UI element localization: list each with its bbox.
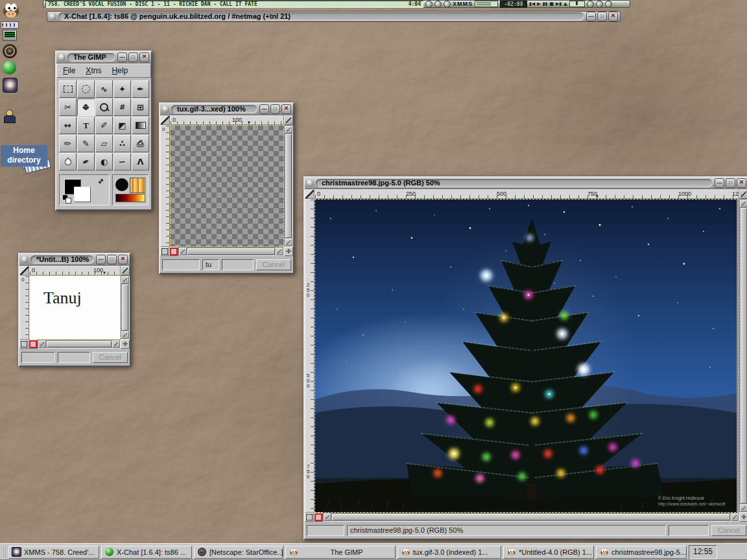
xmms-options-button[interactable] — [444, 1, 451, 8]
maximize-icon[interactable]: □ — [597, 12, 607, 21]
licq-dock-icon[interactable] — [3, 109, 16, 122]
scroll-down-button[interactable] — [121, 331, 129, 339]
maximize-icon[interactable]: □ — [128, 52, 138, 62]
scrollbar-thumb[interactable] — [187, 248, 275, 255]
stop-icon[interactable]: ■ — [549, 1, 554, 7]
menu-xtns[interactable]: Xtns — [86, 66, 101, 75]
window-menu-ball[interactable] — [21, 256, 29, 263]
scrollbar-thumb[interactable] — [47, 341, 112, 347]
tool-crop-button[interactable]: # — [113, 99, 131, 116]
netscape-dock-icon[interactable] — [3, 44, 17, 58]
cancel-button[interactable]: Cancel — [93, 352, 128, 363]
task-untitled[interactable]: *Untitled-4.0 (RGB) 1... — [503, 546, 594, 559]
xmms-minimize-button[interactable] — [587, 1, 594, 8]
previous-icon[interactable]: ▮◀ — [529, 1, 535, 7]
tool-flip-button[interactable]: ↔ — [59, 117, 77, 134]
task-netscape[interactable]: [Netscape: StarOffice..] — [194, 546, 283, 559]
pager-applet[interactable] — [1, 21, 19, 29]
ruler-corner-button[interactable] — [739, 189, 747, 199]
close-icon[interactable]: ✕ — [737, 178, 746, 188]
scroll-down-button[interactable] — [285, 239, 292, 246]
active-brush-preview[interactable] — [115, 178, 128, 191]
tool-ink-button[interactable]: ✒ — [77, 153, 95, 170]
horizontal-scrollbar[interactable] — [38, 340, 121, 349]
task-tux[interactable]: tux.gif-3.0 (indexed) 1... — [397, 546, 501, 559]
color-area[interactable]: ↔ — [59, 174, 110, 205]
tool-magnify-button[interactable] — [95, 99, 113, 116]
xmms-close-button[interactable] — [605, 1, 612, 8]
cancel-button[interactable]: Cancel — [711, 525, 746, 536]
xmms-remaining-time[interactable]: -02:08 — [500, 1, 527, 8]
horizontal-scrollbar[interactable] — [178, 247, 284, 256]
untitled-canvas[interactable]: Tanuj — [29, 275, 121, 340]
christmastree-canvas[interactable]: © Eric Knight Holbrook http://www.bestwe… — [314, 199, 739, 513]
tool-bezier-select-button[interactable]: ✒ — [132, 80, 149, 98]
untitled-titlebar[interactable]: *Untit...B) 100% — □ ✕ — [19, 254, 130, 266]
maximize-icon[interactable]: □ — [270, 104, 280, 114]
tool-measure-button[interactable]: Λ — [132, 153, 149, 170]
vertical-scrollbar[interactable] — [739, 199, 747, 513]
tool-fuzzy-select-button[interactable]: ✦ — [113, 80, 131, 98]
window-menu-ball[interactable] — [162, 106, 169, 113]
xmms-shade-button[interactable] — [596, 1, 603, 8]
task-christmastree[interactable]: christmastree98.jpg-5... — [596, 546, 687, 559]
xmms-shade-toggle-button[interactable] — [425, 1, 433, 8]
tool-free-select-button[interactable]: ∿ — [95, 80, 113, 98]
active-pattern-preview[interactable] — [130, 178, 145, 193]
close-icon[interactable]: ✕ — [139, 52, 149, 62]
quickmask-button[interactable] — [29, 340, 38, 349]
xmms-shade-bar[interactable]: 758. CREED'S VOCAL FUSION - DISC 1 - 11 … — [43, 0, 630, 8]
xmms-seek-slider[interactable] — [569, 1, 585, 7]
scrollbar-thumb[interactable] — [122, 285, 128, 331]
xchat-titlebar[interactable]: X-Chat [1.6.4]: ts86 @ penguin.uk.eu.bli… — [47, 11, 621, 22]
tool-eraser-button[interactable]: ▱ — [95, 135, 113, 152]
gimp-dock-icon[interactable] — [1, 1, 21, 19]
eject-icon[interactable]: ▲ — [563, 1, 567, 7]
tool-gradient-button[interactable] — [132, 117, 149, 134]
unit-box[interactable]: tu — [202, 259, 219, 270]
christmastree-titlebar[interactable]: christmastree98.jpg-5.0 (RGB) 50% — □ ✕ — [305, 178, 747, 189]
scrollbar-thumb[interactable] — [741, 208, 747, 504]
xmms-track-display[interactable]: 758. CREED'S VOCAL FUSION - DISC 1 - 11 … — [45, 1, 423, 8]
tool-rectangle-select-button[interactable] — [59, 80, 77, 98]
minimize-icon[interactable]: — — [715, 178, 724, 188]
horizontal-scrollbar[interactable] — [323, 513, 739, 522]
maximize-icon[interactable]: □ — [726, 178, 735, 188]
quickmask-button[interactable] — [314, 513, 323, 522]
menu-help[interactable]: Help — [112, 66, 128, 75]
scroll-left-button[interactable] — [179, 248, 187, 255]
task-xmms[interactable]: X XMMS - 758. Creed'... — [8, 546, 99, 559]
scroll-down-button[interactable] — [740, 504, 747, 512]
scroll-left-button[interactable] — [38, 340, 46, 348]
minimize-icon[interactable]: — — [259, 104, 269, 114]
maximize-icon[interactable]: □ — [107, 255, 117, 264]
tux-canvas[interactable] — [170, 125, 284, 247]
scroll-right-button[interactable] — [276, 248, 283, 255]
swap-colors-icon[interactable]: ↔ — [96, 176, 106, 187]
play-icon[interactable]: ▶ — [537, 1, 540, 7]
canvas-menu-button[interactable] — [160, 115, 170, 125]
scroll-left-button[interactable] — [324, 513, 331, 521]
scroll-up-button[interactable] — [285, 126, 292, 134]
vertical-scrollbar[interactable] — [284, 125, 293, 247]
tool-transform-button[interactable]: ⊞ — [132, 99, 149, 116]
canvas-menu-button[interactable] — [305, 189, 314, 199]
toolbox-titlebar[interactable]: The GIMP — □ ✕ — [56, 52, 151, 64]
xmms-menu-button[interactable] — [434, 1, 442, 8]
menu-file[interactable]: File — [63, 66, 75, 75]
taskbar-handle[interactable] — [3, 546, 6, 558]
scroll-right-button[interactable] — [731, 513, 739, 521]
scroll-up-button[interactable] — [740, 200, 747, 207]
task-xchat[interactable]: X-Chat [1.6.4]: ts86 ... — [101, 546, 192, 559]
pause-icon[interactable]: ▮▮ — [543, 1, 548, 7]
tool-airbrush-button[interactable]: ∴ — [113, 135, 131, 152]
minimize-icon[interactable]: — — [117, 52, 127, 62]
selection-mode-button[interactable] — [160, 247, 169, 256]
xmms-mini-visualizer[interactable] — [475, 1, 498, 7]
ruler-corner-button[interactable] — [121, 266, 130, 275]
xchat-dock-icon[interactable] — [3, 61, 16, 75]
tool-convolve-button[interactable] — [59, 153, 77, 170]
window-menu-ball[interactable] — [58, 54, 65, 61]
ruler-corner-button[interactable] — [284, 115, 293, 125]
selection-mode-button[interactable] — [305, 513, 314, 522]
